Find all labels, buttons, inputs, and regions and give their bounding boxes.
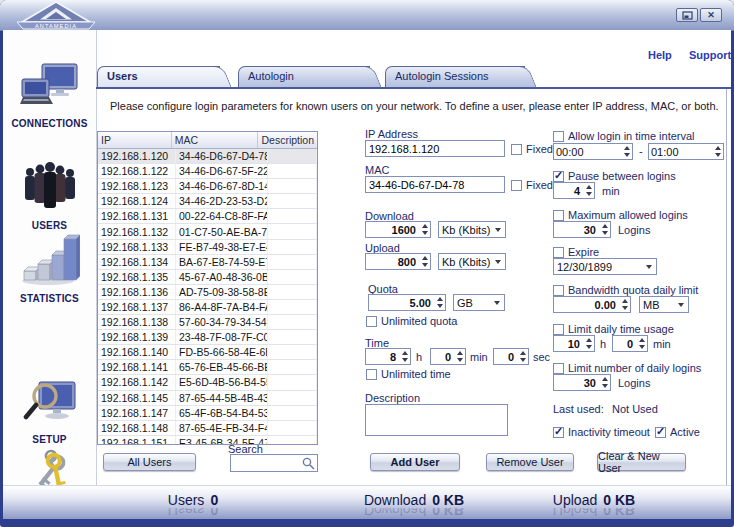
pause-between-logins-checkbox[interactable]: Pause between logins xyxy=(553,170,676,182)
sidebar-item-users[interactable]: USERS xyxy=(3,162,96,231)
bandwidth-daily-limit-checkbox[interactable]: Bandwidth quota daily limit xyxy=(553,284,698,296)
checkbox-box[interactable] xyxy=(366,316,377,327)
checkbox-box[interactable] xyxy=(655,427,666,438)
users-table[interactable]: IP MAC Description 192.168.1.120 34-46-D… xyxy=(97,131,318,445)
spinner-arrows-icon[interactable] xyxy=(621,146,632,157)
ip-address-input[interactable] xyxy=(365,140,505,157)
max-logins-checkbox[interactable]: Maximum allowed logins xyxy=(553,209,688,221)
support-link[interactable]: Support xyxy=(689,49,731,61)
spinner-arrows-icon[interactable] xyxy=(636,338,647,349)
spinner-arrows-icon[interactable] xyxy=(583,338,594,349)
table-row[interactable]: 192.168.1.139 23-48-7F-08-7F-C0 xyxy=(98,330,317,345)
limit-daily-logins-checkbox[interactable]: Limit number of daily logins xyxy=(553,362,701,374)
inactivity-timeout-checkbox[interactable]: Inactivity timeout xyxy=(553,426,650,438)
limit-daily-time-checkbox[interactable]: Limit daily time usage xyxy=(553,323,674,335)
spinner-arrows-icon[interactable] xyxy=(399,351,410,362)
clear-new-user-button[interactable]: Clear & New User xyxy=(597,453,686,471)
checkbox-box[interactable] xyxy=(553,247,564,258)
time-min-spinner[interactable]: 0 xyxy=(430,348,466,365)
spinner-arrows-icon[interactable] xyxy=(619,299,630,310)
checkbox-box[interactable] xyxy=(511,180,522,191)
tab-autologin[interactable]: Autologin xyxy=(238,66,382,88)
checkbox-box[interactable] xyxy=(553,131,564,142)
table-row[interactable]: 192.168.1.140 FD-B5-66-58-4E-6B xyxy=(98,345,317,360)
table-row[interactable]: 192.168.1.145 87-65-44-5B-4B-43 xyxy=(98,391,317,406)
spinner-arrows-icon[interactable] xyxy=(419,224,430,235)
spinner-arrows-icon[interactable] xyxy=(712,146,723,157)
sidebar-item-connections[interactable]: CONNECTIONS xyxy=(3,62,96,129)
col-header-description[interactable]: Description xyxy=(258,132,317,148)
checkbox-box[interactable] xyxy=(553,363,564,374)
table-row[interactable]: 192.168.1.131 00-22-64-C8-8F-FA xyxy=(98,209,317,224)
description-textarea[interactable] xyxy=(365,404,508,436)
table-row[interactable]: 192.168.1.137 86-A4-8F-7A-B4-FA xyxy=(98,300,317,315)
table-row[interactable]: 192.168.1.142 E5-6D-4B-56-B4-55 xyxy=(98,375,317,390)
sidebar-item-statistics[interactable]: STATISTICS xyxy=(3,233,96,304)
table-row[interactable]: 192.168.1.123 34-46-D6-67-8D-14 xyxy=(98,179,317,194)
table-row[interactable]: 192.168.1.122 34-46-D6-67-5F-22 xyxy=(98,164,317,179)
checkbox-box[interactable] xyxy=(553,210,564,221)
expire-date-select[interactable]: 12/30/1899 xyxy=(553,258,657,275)
tab-users[interactable]: Users xyxy=(97,66,232,88)
checkbox-box[interactable] xyxy=(511,144,522,155)
quota-unit-select[interactable]: GB xyxy=(453,294,505,311)
interval-from-spinner[interactable]: 00:00 xyxy=(553,143,633,160)
spinner-arrows-icon[interactable] xyxy=(599,224,610,235)
checkbox-box[interactable] xyxy=(366,369,377,380)
checkbox-box[interactable] xyxy=(553,427,564,438)
download-spinner[interactable]: 1600 xyxy=(365,221,431,238)
mac-input[interactable] xyxy=(365,176,505,193)
upload-spinner[interactable]: 800 xyxy=(365,253,431,270)
expire-checkbox[interactable]: Expire xyxy=(553,246,599,258)
allow-interval-checkbox[interactable]: Allow login in time interval xyxy=(553,130,695,142)
interval-to-spinner[interactable]: 01:00 xyxy=(648,143,724,160)
bandwidth-daily-unit-select[interactable]: MB xyxy=(639,296,689,313)
table-row[interactable]: 192.168.1.132 01-C7-50-AE-BA-7B xyxy=(98,224,317,239)
daily-logins-spinner[interactable]: 30 xyxy=(553,374,611,391)
checkbox-box[interactable] xyxy=(553,171,564,182)
spinner-arrows-icon[interactable] xyxy=(434,297,445,308)
spinner-arrows-icon[interactable] xyxy=(583,185,594,196)
time-hours-spinner[interactable]: 8 xyxy=(365,348,411,365)
table-row[interactable]: 192.168.1.147 65-4F-6B-54-B4-53 xyxy=(98,406,317,421)
table-row[interactable]: 192.168.1.120 34-46-D6-67-D4-78 xyxy=(98,149,317,164)
help-link[interactable]: Help xyxy=(648,49,672,61)
table-row[interactable]: 192.168.1.124 34-46-2D-23-53-D2 xyxy=(98,194,317,209)
table-row[interactable]: 192.168.1.148 87-65-4E-FB-34-F4 xyxy=(98,421,317,436)
search-input[interactable] xyxy=(231,457,302,469)
download-unit-select[interactable]: Kb (Kbits) xyxy=(438,221,506,238)
mac-fixed-checkbox[interactable]: Fixed xyxy=(511,179,553,191)
minimize-button[interactable] xyxy=(676,8,698,22)
spinner-arrows-icon[interactable] xyxy=(454,351,465,362)
ip-fixed-checkbox[interactable]: Fixed xyxy=(511,143,553,155)
add-user-button[interactable]: Add User xyxy=(370,453,460,471)
table-row[interactable]: 192.168.1.135 45-67-A0-48-36-0B xyxy=(98,270,317,285)
search-icon[interactable] xyxy=(302,457,315,470)
time-sec-spinner[interactable]: 0 xyxy=(493,348,529,365)
bandwidth-daily-spinner[interactable]: 0.00 xyxy=(553,296,631,313)
col-header-ip[interactable]: IP xyxy=(98,132,172,148)
daily-time-hours-spinner[interactable]: 10 xyxy=(553,335,595,352)
all-users-button[interactable]: All Users xyxy=(103,453,196,471)
active-checkbox[interactable]: Active xyxy=(655,426,700,438)
sidebar-item-setup[interactable]: SETUP xyxy=(3,380,96,445)
daily-time-min-spinner[interactable]: 0 xyxy=(612,335,648,352)
col-header-mac[interactable]: MAC xyxy=(172,132,259,148)
table-row[interactable]: 192.168.1.141 65-76-EB-45-66-BE xyxy=(98,360,317,375)
spinner-arrows-icon[interactable] xyxy=(419,256,430,267)
checkbox-box[interactable] xyxy=(553,324,564,335)
unlimited-quota-checkbox[interactable]: Unlimited quota xyxy=(366,315,457,327)
checkbox-box[interactable] xyxy=(553,285,564,296)
spinner-arrows-icon[interactable] xyxy=(599,377,610,388)
table-row[interactable]: 192.168.1.151 E3-45-6B-34-5E-47 xyxy=(98,436,317,445)
unlimited-time-checkbox[interactable]: Unlimited time xyxy=(366,368,451,380)
close-button[interactable]: ✕ xyxy=(700,8,722,22)
table-row[interactable]: 192.168.1.136 AD-75-09-38-58-8E xyxy=(98,285,317,300)
max-logins-spinner[interactable]: 30 xyxy=(553,221,611,238)
table-row[interactable]: 192.168.1.134 BA-67-E8-74-59-E7 xyxy=(98,255,317,270)
tab-autologin-sessions[interactable]: Autologin Sessions xyxy=(385,66,537,88)
remove-user-button[interactable]: Remove User xyxy=(486,453,574,471)
upload-unit-select[interactable]: Kb (Kbits) xyxy=(438,253,506,270)
spinner-arrows-icon[interactable] xyxy=(517,351,528,362)
table-row[interactable]: 192.168.1.133 FE-B7-49-38-E7-E4 xyxy=(98,240,317,255)
